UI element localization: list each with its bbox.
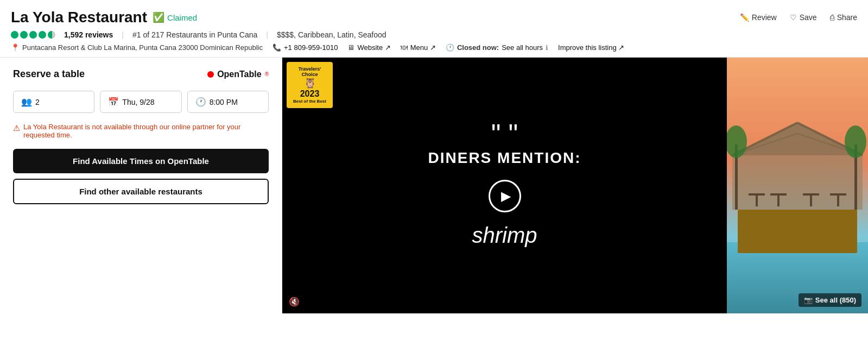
info-row: 📍 Puntacana Resort & Club La Marina, Pun… <box>11 43 857 52</box>
svg-rect-2 <box>738 210 857 253</box>
shrimp-text: shrimp <box>428 223 581 248</box>
clock-icon: 🕐 <box>446 43 454 52</box>
play-button[interactable]: ▶ <box>489 180 521 212</box>
unavailable-text: La Yola Restaurant is not available thro… <box>23 123 269 139</box>
reserve-title: Reserve a table <box>13 68 85 80</box>
phone-icon: 📞 <box>273 43 281 52</box>
pencil-icon: ✏️ <box>740 13 749 22</box>
svg-rect-11 <box>803 193 819 196</box>
owl-icon: 🦉 <box>292 77 327 89</box>
mute-button[interactable]: 🔇 <box>289 297 300 307</box>
claimed-label: Claimed <box>167 13 197 22</box>
phone-item: 📞 +1 809-959-1010 <box>273 43 338 52</box>
guests-icon: 👥 <box>21 97 32 107</box>
time-field[interactable]: 🕐 8:00 PM <box>187 91 269 113</box>
separator-1: | <box>122 30 124 39</box>
date-field[interactable]: 📅 Thu, 9/28 <box>100 91 181 113</box>
time-icon: 🕐 <box>195 97 206 107</box>
website-link[interactable]: Website ↗ <box>357 43 390 52</box>
svg-rect-7 <box>749 193 765 196</box>
share-button[interactable]: ⎙ Share <box>830 13 857 22</box>
menu-icon: 🍽 <box>401 43 408 52</box>
find-times-button[interactable]: Find Available Times on OpenTable <box>13 149 269 173</box>
cta-buttons: Find Available Times on OpenTable Find o… <box>13 149 269 204</box>
quote-marks: " " <box>428 123 581 145</box>
video-content: " " DINERS MENTION: ▶ shrimp <box>428 123 581 248</box>
travelers-choice-badge: Travelers' Choice 🦉 2023 Best of the Bes… <box>287 62 333 108</box>
play-icon: ▶ <box>501 188 511 204</box>
main-content: Reserve a table OpenTable ® 👥 2 📅 Thu, 9… <box>0 58 868 313</box>
opentable-name: OpenTable <box>217 70 262 79</box>
date-value: Thu, 9/28 <box>122 98 154 106</box>
see-all-label: See all (850) <box>815 296 856 304</box>
rating-dots <box>11 31 55 39</box>
svg-rect-12 <box>810 196 812 206</box>
reviews-count: 1,592 reviews <box>64 30 113 39</box>
info-icon: ℹ <box>546 44 548 52</box>
heart-icon: ♡ <box>790 13 797 22</box>
best-of-best-label: Best of the Best <box>292 99 327 104</box>
opentable-star: ® <box>265 71 269 77</box>
improve-listing-link[interactable]: Improve this listing ↗ <box>558 43 624 52</box>
find-restaurants-button[interactable]: Find other available restaurants <box>13 179 269 204</box>
address-text: Puntacana Resort & Club La Marina, Punta… <box>22 43 263 52</box>
warning-icon: ⚠ <box>13 123 20 133</box>
menu-link[interactable]: Menu ↗ <box>410 43 436 52</box>
share-icon: ⎙ <box>830 13 834 22</box>
claimed-icon: ✅ <box>153 11 164 23</box>
title-left: La Yola Restaurant ✅ Claimed <box>11 9 197 26</box>
rank-text: #1 of 217 Restaurants in Punta Cana <box>132 30 257 39</box>
see-hours-link[interactable]: See all hours <box>502 43 543 52</box>
unavailable-message: ⚠ La Yola Restaurant is not available th… <box>13 123 269 139</box>
closed-label: Closed now: <box>457 43 499 52</box>
meta-row: 1,592 reviews | #1 of 217 Restaurants in… <box>11 30 857 39</box>
booking-fields: 👥 2 📅 Thu, 9/28 🕐 8:00 PM <box>13 91 269 113</box>
svg-point-18 <box>845 125 866 158</box>
header-actions: ✏️ Review ♡ Save ⎙ Share <box>740 13 857 22</box>
svg-rect-10 <box>777 196 780 206</box>
diners-mention-text: DINERS MENTION: <box>428 149 581 167</box>
rating-dot-3 <box>29 31 37 39</box>
svg-rect-9 <box>770 193 787 196</box>
review-button[interactable]: ✏️ Review <box>740 13 777 22</box>
see-all-photos-button[interactable]: 📷 See all (850) <box>799 293 861 307</box>
save-button[interactable]: ♡ Save <box>790 13 817 22</box>
guests-value: 2 <box>35 98 40 106</box>
cuisine-text: $$$$, Caribbean, Latin, Seafood <box>277 30 387 39</box>
photo-panel: 📷 See all (850) <box>727 58 868 313</box>
address-item: 📍 Puntacana Resort & Club La Marina, Pun… <box>11 43 263 52</box>
location-icon: 📍 <box>11 43 20 52</box>
rating-dot-5 <box>48 31 55 39</box>
rating-dot-2 <box>20 31 28 39</box>
mute-icon: 🔇 <box>289 297 300 306</box>
opentable-dot <box>207 71 214 78</box>
restaurant-photo <box>727 58 868 313</box>
restaurant-title: La Yola Restaurant <box>11 9 147 26</box>
year-label: 2023 <box>292 89 327 99</box>
opentable-badge: OpenTable ® <box>207 70 269 79</box>
reserve-header: Reserve a table OpenTable ® <box>13 68 269 80</box>
rating-dot-1 <box>11 31 18 39</box>
menu-item: 🍽 Menu ↗ <box>401 43 436 52</box>
hours-item: 🕐 Closed now: See all hours ℹ <box>446 43 548 52</box>
phone-link[interactable]: +1 809-959-1010 <box>284 43 338 52</box>
title-row: La Yola Restaurant ✅ Claimed ✏️ Review ♡… <box>11 9 857 26</box>
video-panel: Travelers' Choice 🦉 2023 Best of the Bes… <box>282 58 727 313</box>
page-header: La Yola Restaurant ✅ Claimed ✏️ Review ♡… <box>0 0 868 58</box>
reservation-panel: Reserve a table OpenTable ® 👥 2 📅 Thu, 9… <box>0 58 282 313</box>
calendar-icon: 📅 <box>108 97 119 107</box>
svg-rect-13 <box>830 193 846 196</box>
media-section: Travelers' Choice 🦉 2023 Best of the Bes… <box>282 58 868 313</box>
separator-2: | <box>266 30 268 39</box>
travelers-choice-label: Travelers' Choice <box>292 66 327 77</box>
camera-icon: 📷 <box>804 296 813 304</box>
time-value: 8:00 PM <box>210 98 238 106</box>
screen-icon: 🖥 <box>347 43 354 52</box>
rating-dot-4 <box>39 31 46 39</box>
guests-field[interactable]: 👥 2 <box>13 91 94 113</box>
website-item: 🖥 Website ↗ <box>347 43 390 52</box>
claimed-badge: ✅ Claimed <box>153 11 197 23</box>
svg-rect-14 <box>837 196 839 206</box>
svg-rect-8 <box>756 196 758 206</box>
